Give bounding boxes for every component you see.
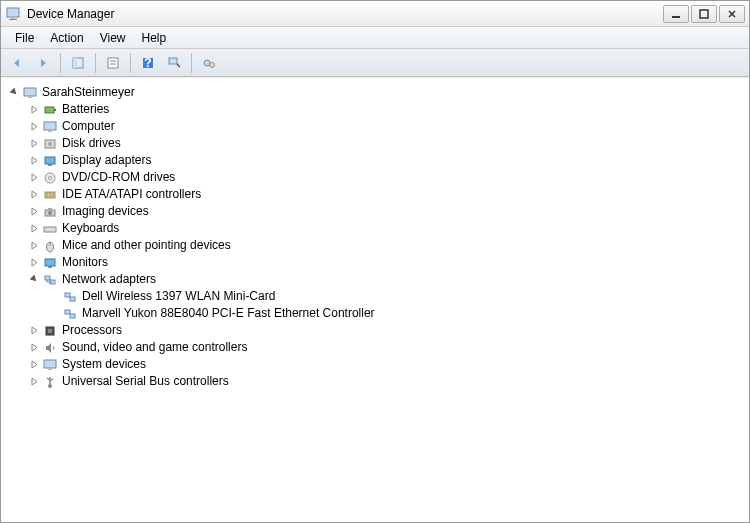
- svg-rect-1: [11, 17, 15, 19]
- svg-rect-46: [70, 297, 75, 301]
- svg-rect-45: [65, 293, 70, 297]
- tree-category-keyboards[interactable]: Keyboards: [5, 220, 745, 237]
- expand-icon[interactable]: [29, 359, 40, 370]
- show-hide-button[interactable]: [66, 52, 90, 74]
- usb-icon: [42, 374, 58, 390]
- titlebar: Device Manager: [1, 1, 749, 27]
- expand-icon[interactable]: [29, 189, 40, 200]
- expand-icon[interactable]: [29, 325, 40, 336]
- svg-rect-51: [44, 360, 56, 368]
- expand-icon[interactable]: [29, 206, 40, 217]
- computer-icon: [22, 85, 38, 101]
- collapse-icon[interactable]: [29, 274, 40, 285]
- tree-label: Disk drives: [62, 135, 121, 152]
- tree-category-computer[interactable]: Computer: [5, 118, 745, 135]
- controller-icon: [42, 187, 58, 203]
- svg-rect-23: [45, 157, 55, 164]
- tree-label: Processors: [62, 322, 122, 339]
- tree-device-ethernet[interactable]: Marvell Yukon 88E8040 PCI-E Fast Etherne…: [5, 305, 745, 322]
- expand-icon[interactable]: [29, 155, 40, 166]
- misc-button[interactable]: [197, 52, 221, 74]
- tree-label: SarahSteinmeyer: [42, 84, 135, 101]
- svg-rect-17: [45, 107, 54, 113]
- window-controls: [663, 5, 745, 23]
- svg-rect-50: [48, 329, 52, 333]
- expand-icon[interactable]: [29, 376, 40, 387]
- svg-rect-20: [48, 130, 52, 132]
- svg-rect-52: [48, 368, 52, 370]
- minimize-button[interactable]: [663, 5, 689, 23]
- battery-icon: [42, 102, 58, 118]
- tree-category-system[interactable]: System devices: [5, 356, 745, 373]
- expand-icon[interactable]: [29, 121, 40, 132]
- tree-label: Computer: [62, 118, 115, 135]
- close-button[interactable]: [719, 5, 745, 23]
- svg-point-32: [48, 211, 52, 215]
- tree-category-batteries[interactable]: Batteries: [5, 101, 745, 118]
- device-tree[interactable]: SarahSteinmeyer Batteries Computer Disk …: [1, 77, 749, 523]
- app-icon: [5, 6, 21, 22]
- toolbar-separator: [60, 53, 61, 73]
- display-icon: [42, 153, 58, 169]
- collapse-icon[interactable]: [9, 87, 20, 98]
- svg-rect-41: [45, 276, 50, 280]
- tree-root[interactable]: SarahSteinmeyer: [5, 84, 745, 101]
- disk-icon: [42, 136, 58, 152]
- svg-rect-6: [73, 58, 77, 68]
- menu-action[interactable]: Action: [42, 29, 91, 47]
- toolbar-separator: [191, 53, 192, 73]
- monitor-icon: [42, 255, 58, 271]
- tree-label: Sound, video and game controllers: [62, 339, 247, 356]
- svg-rect-18: [54, 109, 56, 111]
- mouse-icon: [42, 238, 58, 254]
- svg-point-14: [210, 62, 215, 67]
- tree-label: Universal Serial Bus controllers: [62, 373, 229, 390]
- tree-label: System devices: [62, 356, 146, 373]
- disc-icon: [42, 170, 58, 186]
- tree-label: DVD/CD-ROM drives: [62, 169, 175, 186]
- scan-button[interactable]: [162, 52, 186, 74]
- forward-button[interactable]: [31, 52, 55, 74]
- maximize-button[interactable]: [691, 5, 717, 23]
- tree-category-usb[interactable]: Universal Serial Bus controllers: [5, 373, 745, 390]
- expand-icon[interactable]: [29, 342, 40, 353]
- tree-device-wlan[interactable]: Dell Wireless 1397 WLAN Mini-Card: [5, 288, 745, 305]
- tree-category-mice[interactable]: Mice and other pointing devices: [5, 237, 745, 254]
- help-button[interactable]: ?: [136, 52, 160, 74]
- tree-label: Imaging devices: [62, 203, 149, 220]
- expand-icon[interactable]: [29, 257, 40, 268]
- expand-icon[interactable]: [29, 104, 40, 115]
- tree-category-dvd-cd[interactable]: DVD/CD-ROM drives: [5, 169, 745, 186]
- expand-icon[interactable]: [29, 172, 40, 183]
- back-button[interactable]: [5, 52, 29, 74]
- menu-file[interactable]: File: [7, 29, 42, 47]
- tree-category-imaging[interactable]: Imaging devices: [5, 203, 745, 220]
- tree-label: IDE ATA/ATAPI controllers: [62, 186, 201, 203]
- system-icon: [42, 357, 58, 373]
- svg-rect-24: [48, 164, 52, 166]
- tree-label: Display adapters: [62, 152, 151, 169]
- expand-icon[interactable]: [29, 240, 40, 251]
- tree-label: Monitors: [62, 254, 108, 271]
- tree-category-monitors[interactable]: Monitors: [5, 254, 745, 271]
- properties-button[interactable]: [101, 52, 125, 74]
- expand-icon[interactable]: [29, 223, 40, 234]
- toolbar: ?: [1, 49, 749, 77]
- menu-view[interactable]: View: [92, 29, 134, 47]
- svg-rect-39: [45, 259, 55, 266]
- menu-help[interactable]: Help: [134, 29, 175, 47]
- tree-category-disk-drives[interactable]: Disk drives: [5, 135, 745, 152]
- expand-icon[interactable]: [29, 138, 40, 149]
- svg-rect-48: [70, 314, 75, 318]
- tree-label: Dell Wireless 1397 WLAN Mini-Card: [82, 288, 275, 305]
- tree-category-ide[interactable]: IDE ATA/ATAPI controllers: [5, 186, 745, 203]
- svg-rect-2: [9, 19, 17, 20]
- tree-category-processors[interactable]: Processors: [5, 322, 745, 339]
- tree-category-sound[interactable]: Sound, video and game controllers: [5, 339, 745, 356]
- tree-category-display-adapters[interactable]: Display adapters: [5, 152, 745, 169]
- toolbar-separator: [130, 53, 131, 73]
- tree-category-network[interactable]: Network adapters: [5, 271, 745, 288]
- tree-label: Keyboards: [62, 220, 119, 237]
- svg-rect-7: [108, 58, 118, 68]
- window-title: Device Manager: [27, 7, 663, 21]
